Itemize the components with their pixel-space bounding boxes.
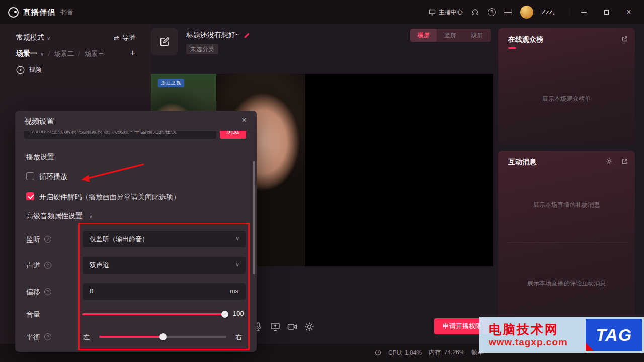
close-button[interactable]: × [622,5,636,19]
scene-tab-2[interactable]: 场景二 [54,49,74,58]
scene-tab-1[interactable]: 场景一 [16,49,37,58]
panel-divider [506,242,627,243]
tab-portrait[interactable]: 竖屏 [437,29,463,42]
close-icon: × [626,8,631,16]
cpu-status: CPU: 1.04% [388,349,422,356]
tv-station-badge: 浙江卫视 [158,79,184,87]
volume-slider-fill [82,313,225,315]
hardware-decode-label: 开启硬件解码 [39,193,82,201]
offset-input[interactable]: 0 ms [83,283,246,300]
scene-tab-3[interactable]: 场景三 [85,49,104,58]
balance-label: 平衡 [26,333,40,342]
minimize-button[interactable] [577,5,591,19]
balance-left-label: 左 [83,333,90,342]
advanced-audio-collapse[interactable]: 高级音频属性设置 ∧ [26,212,93,221]
orientation-toggle: 横屏 竖屏 双屏 [410,29,491,42]
info-glyph: ? [46,334,49,339]
volume-slider[interactable] [82,313,228,315]
offset-unit: ms [230,287,238,295]
camera-icon [287,321,298,332]
app-logo-icon [8,7,19,18]
balance-slider-fill [99,336,163,338]
balance-slider[interactable] [99,336,226,338]
gear-icon [606,158,613,165]
watermark-logo: TAG [586,319,642,351]
screen-share-icon [270,321,281,332]
offset-info-icon[interactable]: ? [44,288,51,295]
maximize-button[interactable] [599,5,613,19]
source-item-video[interactable]: 视频 [16,65,42,74]
anchor-center-label: 主播中心 [439,8,463,17]
help-button[interactable]: ? [488,8,496,16]
settings-button[interactable] [303,320,316,333]
loop-label[interactable]: 循环播放 [39,172,67,182]
interaction-settings-button[interactable] [606,158,613,167]
gear-icon [304,321,315,332]
camera-button[interactable] [286,320,299,333]
edit-title-icon[interactable] [244,32,250,39]
chevron-down-icon: ∨ [235,235,239,242]
chevron-up-icon: ∧ [89,214,93,219]
watermark-logo-text: TAG [596,325,632,345]
volume-slider-thumb[interactable] [221,311,228,318]
performance-icon [375,349,381,356]
watermark-site-name: 电脑技术网 [489,322,568,337]
avatar[interactable] [520,6,533,19]
memory-status: 内存: 74.26% [429,348,464,357]
app-window: 直播伴侣 ·抖音 主播中心 ? Zzz。 × 常规模式 ∨ [0,0,644,362]
mode-selector[interactable]: 常规模式 ∨ [16,33,50,42]
screen-share-button[interactable] [269,320,282,333]
modal-scrollbar[interactable] [253,161,255,274]
anchor-center-button[interactable]: 主播中心 [429,8,463,17]
scene-separator [48,51,50,57]
headset-icon [471,9,479,16]
comment-message-placeholder: 展示本场直播的评论互动消息 [498,279,635,288]
popout-button[interactable] [621,158,628,167]
loop-checkbox[interactable] [26,172,34,180]
tab-dual[interactable]: 双屏 [464,29,491,42]
gift-message-placeholder: 展示本场直播的礼物消息 [498,201,635,209]
director-label: 导播 [122,33,135,42]
customer-service-button[interactable] [471,9,479,16]
plus-icon: + [130,48,135,58]
audience-placeholder: 展示本场观众榜单 [498,95,635,103]
dialog-title: 视频设置 [24,117,54,126]
request-broadcast-label: 申请开播权限 [443,322,482,331]
add-scene-button[interactable]: + [130,48,135,58]
compose-button[interactable] [151,28,178,55]
tab-landscape[interactable]: 横屏 [410,29,437,42]
external-link-icon [621,158,628,165]
monitor-info-icon[interactable]: ? [44,236,51,243]
advanced-audio-heading: 高级音频属性设置 [26,212,83,221]
chevron-down-icon: ∨ [235,261,239,268]
username[interactable]: Zzz。 [542,8,559,17]
stream-title: 标题还没有想好~ [186,31,239,40]
titlebar-divider [568,8,568,16]
external-link-icon [621,36,628,42]
balance-slider-thumb[interactable] [159,333,167,340]
channel-info-icon[interactable]: ? [44,262,51,269]
mode-label: 常规模式 [16,33,44,42]
monitor-select[interactable]: 仅监听（输出静音） ∨ [83,231,246,247]
popout-button[interactable] [621,35,628,44]
chevron-down-icon: ∨ [40,51,44,57]
channel-select[interactable]: 双声道 ∨ [83,257,246,274]
hardware-decode-checkbox[interactable] [26,192,34,200]
volume-label: 音量 [26,310,40,319]
audience-rank-title: 在线观众榜 [508,35,543,44]
hardware-decode-note: （播放画面异常请关闭此选项） [82,193,180,201]
category-chip[interactable]: 未选分类 [186,44,218,54]
balance-info-icon[interactable]: ? [44,333,51,340]
menu-button[interactable] [504,10,512,15]
director-toggle[interactable]: ⇄ 导播 [114,33,135,42]
dialog-close-button[interactable]: × [238,115,250,125]
site-watermark: 电脑技术网 www.tagxp.com TAG [479,317,644,353]
offset-label: 偏移 [26,288,40,297]
channel-value: 双声道 [90,261,109,270]
play-settings-heading: 播放设置 [26,153,54,162]
interaction-title: 互动消息 [508,158,536,167]
close-icon: × [242,115,247,125]
source-item-label: 视频 [29,65,42,74]
scene-separator [78,51,80,57]
hardware-decode-label-group[interactable]: 开启硬件解码（播放画面异常请关闭此选项） [39,192,180,202]
